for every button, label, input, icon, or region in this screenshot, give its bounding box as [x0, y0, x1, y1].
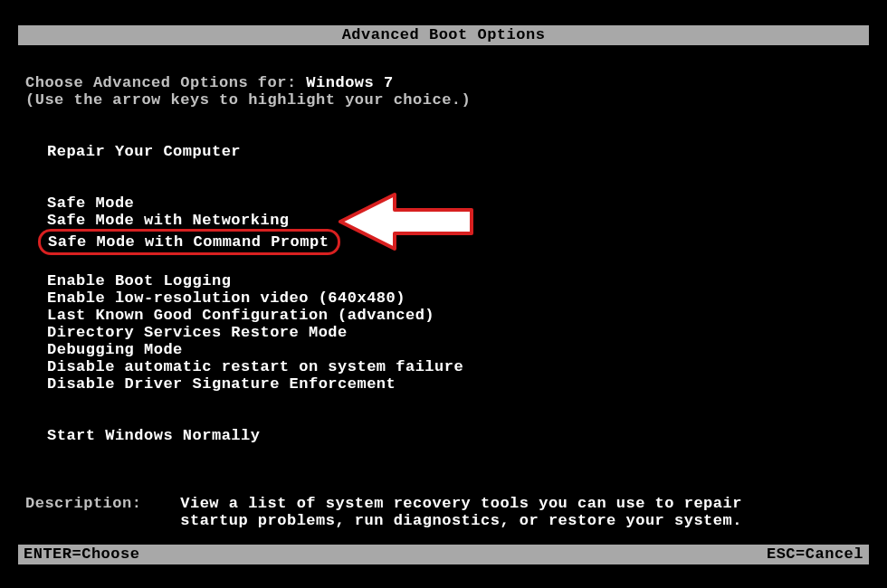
option-safe-mode[interactable]: Safe Mode — [47, 194, 134, 212]
choose-line: Choose Advanced Options for: Windows 7 — [25, 74, 862, 91]
option-dsrm[interactable]: Directory Services Restore Mode — [47, 324, 348, 341]
os-name: Windows 7 — [306, 74, 393, 91]
option-safe-mode-cmd-highlighted[interactable]: Safe Mode with Command Prompt — [38, 229, 340, 255]
description-label: Description: — [25, 495, 180, 529]
option-start-normally[interactable]: Start Windows Normally — [47, 427, 260, 444]
option-disable-auto-restart[interactable]: Disable automatic restart on system fail… — [47, 358, 463, 375]
footer-bar: ENTER=Choose ESC=Cancel — [18, 545, 869, 564]
option-last-known-good[interactable]: Last Known Good Configuration (advanced) — [47, 307, 434, 324]
description-block: Description: View a list of system recov… — [25, 495, 862, 529]
title-bar: Advanced Boot Options — [18, 25, 869, 45]
option-debugging[interactable]: Debugging Mode — [47, 341, 183, 358]
description-text: View a list of system recovery tools you… — [180, 495, 742, 529]
option-boot-logging[interactable]: Enable Boot Logging — [47, 272, 231, 289]
footer-esc: ESC=Cancel — [767, 545, 869, 564]
footer-enter: ENTER=Choose — [18, 545, 139, 564]
option-disable-driver-sig[interactable]: Disable Driver Signature Enforcement — [47, 375, 396, 393]
content-area: Choose Advanced Options for: Windows 7 (… — [25, 74, 862, 529]
arrow-annotation-icon — [331, 190, 485, 258]
hint-line: (Use the arrow keys to highlight your ch… — [25, 91, 862, 109]
option-safe-mode-networking[interactable]: Safe Mode with Networking — [47, 212, 290, 229]
option-repair[interactable]: Repair Your Computer — [47, 143, 241, 160]
option-low-res[interactable]: Enable low-resolution video (640x480) — [47, 289, 405, 307]
choose-prefix: Choose Advanced Options for: — [25, 74, 306, 91]
